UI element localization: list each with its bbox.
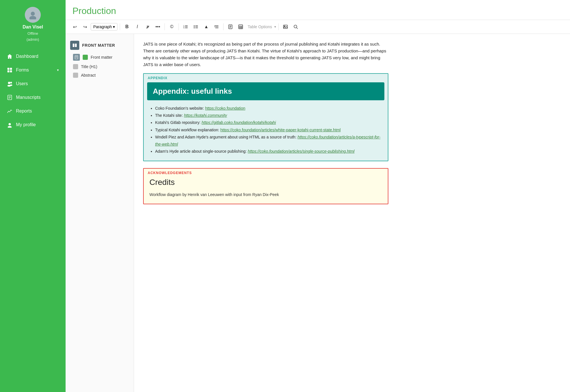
page-title: Production [72, 6, 563, 16]
reports-icon [7, 108, 13, 114]
svg-point-1 [29, 16, 36, 19]
appendix-list: Coko Foundation's website: https://coko.… [149, 103, 388, 161]
svg-rect-45 [75, 44, 77, 47]
user-profile-section: Dan Visel Offline (admin) [0, 0, 66, 47]
outline-section-front-matter[interactable]: FRONT MATTER [66, 38, 134, 52]
sidebar-item-forms[interactable]: Forms ▾ [0, 63, 66, 77]
svg-point-22 [194, 25, 195, 26]
doc-outline: FRONT MATTER Front matter Title (H1) [66, 34, 134, 392]
indent-button[interactable] [212, 22, 221, 31]
appendix-item-3-link[interactable]: https://coko.foundation/articles/white-p… [220, 128, 341, 132]
outline-item-front-matter[interactable]: Front matter [66, 52, 134, 62]
italic-button[interactable]: I [133, 22, 142, 31]
appendix-title: Appendix: useful links [153, 87, 232, 95]
undo-button[interactable]: ↩ [70, 22, 79, 31]
manuscripts-icon [7, 95, 13, 100]
svg-point-42 [294, 25, 297, 28]
paragraph-select[interactable]: Paragraph ▾ [91, 23, 117, 30]
sidebar-label-dashboard: Dashboard [16, 54, 38, 59]
svg-rect-40 [283, 25, 287, 28]
link-button[interactable] [143, 22, 152, 31]
svg-point-14 [9, 123, 11, 125]
avatar [25, 7, 41, 23]
user-status: Offline [27, 31, 38, 36]
redo-button[interactable]: ↪ [80, 22, 90, 31]
outline-doc-icon [73, 54, 80, 61]
users-icon [7, 81, 13, 87]
sidebar-label-manuscripts: Manuscripts [16, 95, 40, 100]
file-button[interactable] [226, 22, 235, 31]
appendix-label: APPENDIX [144, 74, 388, 80]
sidebar-item-users[interactable]: Users [0, 77, 66, 91]
profile-icon [7, 122, 13, 128]
acknowledgements-content: Workflow diagram by Henrik van Leeuwen w… [144, 189, 388, 203]
appendix-title-bar: Appendix: useful links [147, 82, 384, 100]
list-item: Coko Foundation's website: https://coko.… [155, 105, 382, 112]
paragraph-label: Paragraph [93, 24, 112, 29]
toolbar-divider-1 [120, 23, 120, 30]
sidebar-item-reports[interactable]: Reports [0, 104, 66, 118]
sidebar-label-reports: Reports [16, 109, 32, 114]
user-role: (admin) [27, 37, 39, 42]
appendix-item-5-link[interactable]: https://coko.foundation/articles/single-… [248, 149, 354, 154]
svg-point-8 [10, 82, 12, 83]
bold-button[interactable]: B [122, 22, 131, 31]
table-button[interactable] [236, 22, 245, 31]
list-item: Adam's Hyde article about single-source … [155, 148, 382, 155]
paragraph-chevron-icon: ▾ [113, 24, 115, 29]
outline-item-title[interactable]: Title (H1) [66, 62, 134, 71]
move-up-button[interactable]: ▲ [202, 22, 211, 31]
user-name: Dan Visel [23, 24, 43, 30]
sidebar-item-dashboard[interactable]: Dashboard [0, 50, 66, 63]
acknowledgements-box: ACKNOWLEDGEMENTS Credits Workflow diagra… [143, 168, 388, 204]
search-button[interactable] [291, 22, 300, 31]
list-item: Kotahi's Gitlab repository: https://gitl… [155, 119, 382, 126]
content-body: FRONT MATTER Front matter Title (H1) [66, 34, 570, 392]
sidebar-nav: Dashboard Forms ▾ [0, 50, 66, 132]
svg-line-43 [297, 28, 298, 29]
copyright-button[interactable]: © [167, 22, 176, 31]
sidebar-item-myprofile[interactable]: My profile [0, 118, 66, 132]
svg-point-23 [194, 26, 195, 27]
toolbar-divider-4 [223, 23, 224, 30]
outline-dot-front-matter [83, 55, 88, 60]
svg-point-24 [194, 28, 195, 28]
outline-item-abstract[interactable]: Abstract [66, 71, 134, 79]
acknowledgements-title: Credits [144, 175, 388, 189]
sidebar-label-myprofile: My profile [16, 122, 36, 127]
toolbar-divider-2 [165, 23, 165, 30]
svg-point-6 [8, 82, 10, 84]
appendix-item-2-text: Kotahi's Gitlab repository: [155, 120, 202, 125]
sidebar-label-users: Users [16, 81, 28, 86]
svg-rect-4 [7, 70, 9, 72]
appendix-item-1-link[interactable]: https://kotahi.community [184, 113, 227, 118]
chevron-down-icon: ▾ [57, 68, 59, 72]
outline-dot-abstract [73, 73, 78, 78]
toolbar-divider-3 [178, 23, 179, 30]
toolbar-divider-5 [278, 23, 279, 30]
unordered-list-button[interactable] [191, 22, 200, 31]
appendix-item-0-text: Coko Foundation's website: [155, 106, 205, 111]
appendix-item-2-link[interactable]: https://gitlab.coko.foundation/kotahi/ko… [202, 120, 276, 125]
appendix-item-4-text: Wndell Piez and Adam Hyde's argument abo… [155, 135, 297, 139]
more-button[interactable]: ••• [153, 22, 162, 31]
svg-rect-3 [10, 68, 12, 70]
appendix-box: APPENDIX Appendix: useful links Coko Fou… [143, 73, 388, 161]
outline-item-label-front-matter: Front matter [91, 55, 112, 60]
svg-rect-35 [239, 25, 243, 29]
editor-area[interactable]: JATS is one piece of Kotahi; it's recogn… [134, 34, 570, 392]
appendix-item-1-text: The Kotahi site: [155, 113, 184, 118]
outline-item-label-title: Title (H1) [81, 64, 97, 69]
image-button[interactable] [281, 22, 290, 31]
list-item: Wndell Piez and Adam Hyde's argument abo… [155, 134, 382, 148]
svg-point-9 [10, 85, 12, 86]
sidebar-item-manuscripts[interactable]: Manuscripts [0, 91, 66, 104]
sidebar-label-forms: Forms [16, 68, 29, 73]
svg-rect-5 [10, 70, 12, 72]
appendix-item-0-link[interactable]: https://coko.foundation [205, 106, 245, 111]
sidebar: Dan Visel Offline (admin) Dashboard For [0, 0, 66, 392]
list-item: The Kotahi site: https://kotahi.communit… [155, 112, 382, 119]
ordered-list-button[interactable]: 1. 2. 3. [181, 22, 190, 31]
svg-rect-2 [7, 68, 9, 70]
outline-item-label-abstract: Abstract [81, 73, 96, 77]
